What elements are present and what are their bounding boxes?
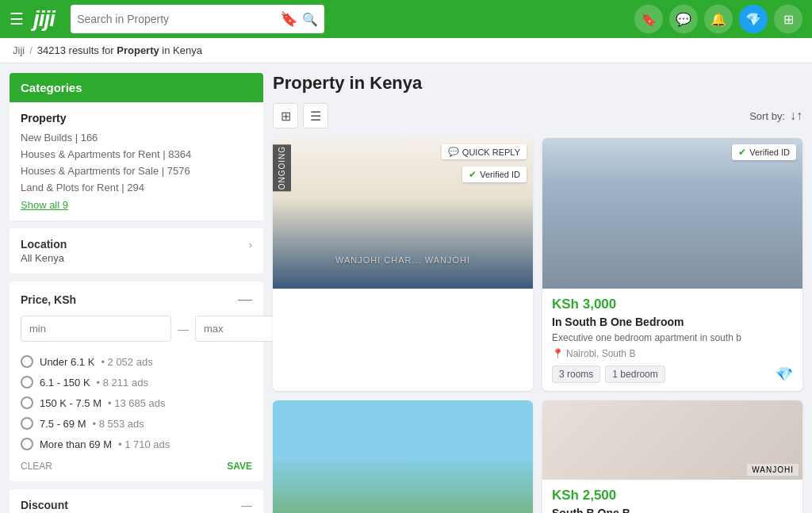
price-range-separator: — [178,323,189,335]
property-tags-2: 3 rooms 1 bedroom 💎 [552,366,793,383]
property-title-4: South B One B... [552,507,793,513]
price-title: Price, KSh [21,293,76,306]
price-min-input[interactable] [21,316,171,342]
discount-header: Discount — [21,499,252,511]
price-range-2[interactable]: 150 K - 7.5 M • 13 685 ads [21,392,252,413]
property-card-2-body: KSh 3,000 In South B One Bedroom Executi… [542,289,802,391]
list-view-button[interactable]: ☰ [303,103,328,128]
property-grid: ONGOING 💬 QUICK REPLY ✔ Verified ID WANJ… [273,138,802,513]
watermark-4: WANJOHI [747,464,799,476]
location-label-row: Location › [21,238,252,251]
property-card-4[interactable]: WANJOHI KSh 2,500 South B One B... Beaut… [542,400,802,513]
price-range-1[interactable]: 6.1 - 150 K • 8 211 ads [21,372,252,392]
main-layout: Categories Property New Builds | 166 Hou… [0,63,812,513]
location-section: Location › All Kenya [10,228,263,274]
property-price-2: KSh 3,000 [552,297,793,312]
discount-collapse-icon[interactable]: — [241,499,252,511]
property-card-1[interactable]: ONGOING 💬 QUICK REPLY ✔ Verified ID WANJ… [273,138,533,391]
price-actions: CLEAR SAVE [21,461,252,472]
property-card-4-body: KSh 2,500 South B One B... Beautifully f… [542,480,802,513]
price-range-4[interactable]: More than 69 M • 1 710 ads [21,434,252,454]
header-nav-icons: 🔖 💬 🔔 💎 ⊞ [634,5,802,33]
sort-area: Sort by: ↓↑ [749,109,802,123]
property-section-title: Property [21,112,252,124]
nav-grid-icon[interactable]: ⊞ [774,5,802,33]
radio-over-69m[interactable] [21,438,33,450]
radio-under-6k[interactable] [21,355,33,368]
radio-150k-7m[interactable] [21,396,33,409]
show-all-link[interactable]: Show all 9 [21,199,252,211]
property-price-4: KSh 2,500 [552,488,793,503]
location-chevron-icon[interactable]: › [249,239,252,251]
price-header: Price, KSh — [21,291,252,308]
radio-6k-150k[interactable] [21,376,33,389]
categories-header: Categories [10,73,263,102]
property-title-2: In South B One Bedroom [552,316,793,328]
logo[interactable]: jiji [33,6,55,32]
verified-badge-2: ✔ Verified ID [732,144,796,160]
favorite-icon-2[interactable]: 💎 [776,366,793,383]
category-houses-sale[interactable]: Houses & Apartments for Sale | 7576 [21,163,252,179]
bookmark-icon[interactable]: 🔖 [280,10,297,28]
price-save-button[interactable]: SAVE [227,461,252,472]
property-card-2[interactable]: ✔ Verified ID KSh 3,000 In South B One B… [542,138,802,391]
tag-bedroom-2: 1 bedroom [605,366,665,383]
discount-title: Discount [21,499,68,511]
page-title: Property in Kenya [273,73,802,94]
price-range-0[interactable]: Under 6.1 K • 2 052 ads [21,351,252,372]
verified-badge-1: ✔ Verified ID [462,167,527,182]
price-section: Price, KSh — — Under 6.1 K • 2 052 ads 6… [10,281,263,481]
property-image-1: ONGOING 💬 QUICK REPLY ✔ Verified ID WANJ… [273,138,533,289]
breadcrumb-separator: / [29,44,33,56]
price-range-3[interactable]: 7.5 - 69 M • 8 553 ads [21,413,252,434]
nav-diamond-icon[interactable]: 💎 [739,5,768,33]
quick-reply-badge: 💬 QUICK REPLY [442,144,527,159]
main-content: Property in Kenya ⊞ ☰ Sort by: ↓↑ ONGOIN… [273,73,802,513]
sort-arrows-icon[interactable]: ↓↑ [790,109,802,123]
price-inputs: — [21,316,252,342]
side-label-1: ONGOING [273,144,291,191]
sidebar: Categories Property New Builds | 166 Hou… [10,73,263,513]
verified-icon-2: ✔ [738,147,746,158]
property-card-3[interactable]: ENTERPRISE... [273,400,533,513]
discount-section: Discount — [10,489,263,513]
price-clear-button[interactable]: CLEAR [21,461,52,472]
hamburger-menu-icon[interactable]: ☰ [10,10,24,29]
location-value: All Kenya [21,252,252,264]
search-icon[interactable]: 🔍 [302,12,318,27]
property-image-3: ENTERPRISE... [273,400,533,513]
breadcrumb-current: 34213 results for Property in Kenya [37,44,202,56]
sort-label: Sort by: [749,110,785,122]
property-desc-2: Executive one bedroom apartment in south… [552,331,793,345]
category-new-builds[interactable]: New Builds | 166 [21,129,252,146]
nav-bookmark-icon[interactable]: 🔖 [634,5,663,33]
nav-chat-icon[interactable]: 💬 [669,5,698,33]
chat-bubble-icon: 💬 [448,147,459,157]
verified-icon: ✔ [469,169,477,180]
watermark-1: WANJOHI CHAR... WANJOHI [335,255,470,265]
grid-view-button[interactable]: ⊞ [273,103,298,128]
price-collapse-icon[interactable]: — [238,291,252,308]
location-pin-icon-2: 📍 [552,348,564,359]
nav-bell-icon[interactable]: 🔔 [704,5,733,33]
view-toggle: ⊞ ☰ [273,103,328,128]
categories-panel: Categories Property New Builds | 166 Hou… [10,73,263,220]
category-land-rent[interactable]: Land & Plots for Rent | 294 [21,179,252,196]
header: ☰ jiji 🔖 🔍 🔖 💬 🔔 💎 ⊞ [0,0,812,38]
category-houses-rent[interactable]: Houses & Apartments for Rent | 8364 [21,146,252,163]
breadcrumb: Jiji / 34213 results for Property in Ken… [0,38,812,63]
property-image-4: WANJOHI [542,400,802,480]
breadcrumb-home[interactable]: Jiji [13,44,25,56]
search-input[interactable] [77,13,275,25]
radio-7m-69m[interactable] [21,417,33,430]
search-bar: 🔖 🔍 [71,5,324,33]
categories-body: Property New Builds | 166 Houses & Apart… [10,102,263,220]
property-image-2: ✔ Verified ID [542,138,802,289]
property-location-2: 📍 Nairobi, South B [552,348,793,359]
content-toolbar: ⊞ ☰ Sort by: ↓↑ [273,103,802,128]
tag-rooms-2: 3 rooms [552,366,600,383]
